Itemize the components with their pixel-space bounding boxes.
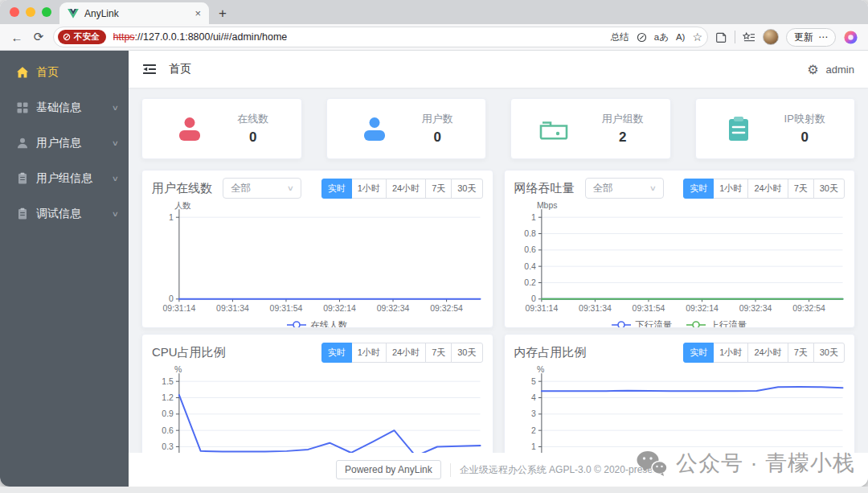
sidebar-item-user-info[interactable]: 用户信息 ∨ [0,125,129,161]
stat-card-groups: 用户组数 2 [510,98,671,159]
browser-window: AnyLink × + ← ⟳ 不安全 https://127.0.0.1:88… [0,0,868,487]
range-30d-button[interactable]: 30天 [813,343,845,363]
range-realtime-button[interactable]: 实时 [683,343,714,363]
range-30d-button[interactable]: 30天 [813,179,845,199]
legend-item[interactable]: 上行流量 [686,319,747,329]
minimize-window-button[interactable] [26,7,35,17]
range-realtime-button[interactable]: 实时 [683,179,714,199]
network-throughput-chart: Mbps00.20.40.60.8109:31:1409:31:3409:31:… [514,201,845,318]
watermark-text: 公众号 · 青檬小栈 [676,449,855,478]
sidebar: 首页 基础信息 ∨ 用户信息 ∨ [0,51,129,487]
sidebar-item-group-info[interactable]: 用户组信息 ∨ [0,161,129,196]
panel-title: 内存占用比例 [514,345,587,360]
new-tab-button[interactable]: + [209,2,236,24]
main-area: 首页 ⚙ admin 在线数 0 [129,51,868,487]
svg-text:0.6: 0.6 [524,245,536,254]
stat-card-users: 用户数 0 [326,98,487,159]
more-options-icon[interactable]: ⋯ [818,31,828,43]
scope-select[interactable]: 全部 ∨ [223,178,301,199]
chevron-down-icon: ∨ [112,175,119,183]
tab-strip: AnyLink × + [0,0,868,24]
grid-icon [16,101,29,114]
panel-title: CPU占用比例 [152,345,226,360]
range-1h-button[interactable]: 1小时 [351,179,387,199]
svg-text:09:32:54: 09:32:54 [792,304,825,313]
svg-text:人数: 人数 [174,201,191,210]
chevron-down-icon: ∨ [287,184,294,192]
range-24h-button[interactable]: 24小时 [386,343,426,363]
svg-text:09:31:54: 09:31:54 [632,304,665,313]
range-7d-button[interactable]: 7天 [425,179,452,199]
chart-legend[interactable]: 在线人数 [152,318,483,328]
svg-text:1.5: 1.5 [162,377,174,386]
range-realtime-button[interactable]: 实时 [321,343,352,363]
translate-button[interactable]: aあ [654,31,669,43]
range-7d-button[interactable]: 7天 [788,343,814,363]
chart-legend[interactable]: 下行流量上行流量 [514,318,845,328]
svg-text:09:32:54: 09:32:54 [430,304,463,313]
range-30d-button[interactable]: 30天 [451,343,482,363]
maximize-window-button[interactable] [42,7,51,17]
update-button[interactable]: 更新 ⋯ [786,28,836,47]
range-1h-button[interactable]: 1小时 [351,343,387,363]
collapse-menu-icon[interactable] [142,63,157,76]
range-7d-button[interactable]: 7天 [788,179,814,199]
svg-text:1: 1 [169,213,174,222]
reload-button[interactable]: ⟳ [31,30,46,44]
user-solid-icon [359,114,390,143]
not-secure-badge[interactable]: 不安全 [58,30,106,44]
vue-logo-icon [68,9,79,18]
charts-row-1: 用户在线数 全部 ∨ 实时 1小时 24小时 7天 30天 [141,170,855,328]
browser-tab[interactable]: AnyLink × [59,2,209,24]
svg-text:1: 1 [531,213,536,222]
close-window-button[interactable] [10,7,19,17]
range-1h-button[interactable]: 1小时 [713,179,748,199]
tab-close-button[interactable]: × [194,7,201,19]
range-realtime-button[interactable]: 实时 [321,179,352,199]
time-range-buttons: 实时 1小时 24小时 7天 30天 [683,343,845,363]
users-online-chart: 人数0109:31:1409:31:3409:31:5409:32:1409:3… [152,201,483,318]
range-24h-button[interactable]: 24小时 [386,179,426,199]
powered-by-button[interactable]: Powered by AnyLink [336,460,441,479]
range-1h-button[interactable]: 1小时 [713,343,748,363]
username[interactable]: admin [826,64,854,76]
collections-icon[interactable] [715,31,727,43]
back-button[interactable]: ← [10,31,24,44]
favorite-star-button[interactable]: ☆ [692,31,702,43]
stat-cards: 在线数 0 用户数 0 [141,98,855,159]
favorites-bar-icon[interactable] [743,31,755,43]
app-header: 首页 ⚙ admin [129,51,868,88]
svg-text:%: % [174,365,182,374]
panel-title: 网络吞吐量 [514,181,575,196]
range-7d-button[interactable]: 7天 [425,343,452,363]
user-icon [16,137,29,150]
clipboard-solid-icon [725,114,752,143]
breadcrumb: 首页 [169,62,191,76]
range-30d-button[interactable]: 30天 [451,179,482,199]
svg-text:2: 2 [531,426,536,435]
gear-icon[interactable]: ⚙ [807,62,818,77]
tab-title: AnyLink [84,8,189,19]
user-solid-icon [174,114,205,143]
range-24h-button[interactable]: 24小时 [747,179,788,199]
svg-text:1.2: 1.2 [162,393,174,402]
clipboard-icon [16,172,29,185]
svg-text:09:31:54: 09:31:54 [270,304,303,313]
stat-card-online: 在线数 0 [141,98,302,159]
sidebar-item-debug-info[interactable]: 调试信息 ∨ [0,196,129,232]
legend-item[interactable]: 在线人数 [287,319,347,329]
sidebar-item-home[interactable]: 首页 [0,55,129,90]
svg-text:09:31:34: 09:31:34 [216,304,249,313]
profile-avatar[interactable] [763,29,779,45]
scope-select[interactable]: 全部 ∨ [585,178,664,199]
address-bar[interactable]: 不安全 https://127.0.0.1:8800/ui/#/admin/ho… [53,27,708,47]
read-aloud-button[interactable]: A) [676,32,686,42]
range-24h-button[interactable]: 24小时 [747,343,788,363]
copilot-outline-icon[interactable] [637,32,647,43]
legend-item[interactable]: 下行流量 [612,319,672,329]
summarize-button[interactable]: 总结 [611,31,629,43]
chevron-down-icon: ∨ [112,104,119,112]
panel-users-online: 用户在线数 全部 ∨ 实时 1小时 24小时 7天 30天 [141,170,493,328]
copilot-icon[interactable] [843,30,858,45]
sidebar-item-basic-info[interactable]: 基础信息 ∨ [0,90,129,125]
